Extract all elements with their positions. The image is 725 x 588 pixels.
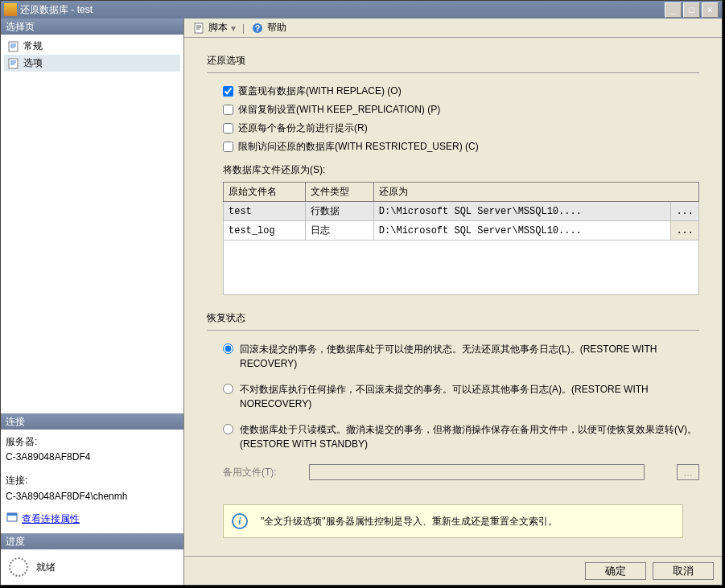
main-layout: 选择页 常规 选项 连接 服务器: [1, 19, 722, 585]
help-icon: ? [251, 22, 264, 35]
cell-name: test_log [224, 221, 306, 241]
server-label: 服务器: [6, 434, 179, 450]
view-props-text: 查看连接属性 [22, 512, 80, 527]
sidebar-items: 常规 选项 [1, 35, 183, 75]
content-body: 还原选项 覆盖现有数据库(WITH REPLACE) (O) 保留复制设置(WI… [184, 38, 722, 556]
backup-file-label: 备用文件(T): [223, 466, 277, 479]
connection-header: 连接 [1, 413, 183, 430]
table-empty-area [224, 241, 699, 295]
minimize-button[interactable]: _ [665, 2, 682, 18]
cell-name: test [224, 202, 306, 221]
cell-path: D:\Microsoft SQL Server\MSSQL10.... [373, 202, 671, 221]
server-value: C-3A89048AF8DF4 [6, 450, 179, 465]
col-type[interactable]: 文件类型 [305, 183, 373, 202]
conn-value: C-3A89048AF8DF4\chenmh [6, 489, 179, 504]
view-connection-props-link[interactable]: 查看连接属性 [6, 511, 179, 528]
cell-type: 日志 [305, 221, 373, 241]
restore-files-label: 将数据库文件还原为(S): [223, 163, 699, 177]
keep-replication-label: 保留复制设置(WITH KEEP_REPLICATION) (P) [238, 103, 440, 117]
sidebar-item-general[interactable]: 常规 [4, 38, 180, 55]
help-button[interactable]: ? 帮助 [248, 19, 290, 36]
sidebar-item-label: 选项 [23, 56, 43, 70]
window-title: 还原数据库 - test [20, 3, 665, 17]
app-icon [4, 3, 17, 16]
info-icon: i [232, 513, 248, 529]
recovery-radio[interactable] [223, 343, 233, 354]
svg-text:?: ? [255, 24, 260, 33]
connection-body: 服务器: C-3A89048AF8DF4 连接: C-3A89048AF8DF4… [1, 430, 183, 533]
recovery-radio-row: 回滚未提交的事务，使数据库处于可以使用的状态。无法还原其他事务日志(L)。(RE… [223, 342, 699, 371]
table-row[interactable]: test_log 日志 D:\Microsoft SQL Server\MSSQ… [224, 221, 699, 241]
separator: | [242, 23, 245, 34]
restricted-row: 限制访问还原的数据库(WITH RESTRICTED_USER) (C) [223, 140, 699, 154]
recovery-label: 回滚未提交的事务，使数据库处于可以使用的状态。无法还原其他事务日志(L)。(RE… [240, 342, 699, 371]
table-row[interactable]: test 行数据 D:\Microsoft SQL Server\MSSQL10… [224, 202, 699, 221]
progress-header: 进度 [1, 533, 183, 549]
restore-database-window: 还原数据库 - test _ □ × 选择页 常规 选项 [0, 0, 723, 586]
norecovery-label: 不对数据库执行任何操作，不回滚未提交的事务。可以还原其他事务日志(A)。(RES… [240, 382, 699, 411]
script-button[interactable]: 脚本 ▾ [189, 19, 239, 36]
overwrite-checkbox-row: 覆盖现有数据库(WITH REPLACE) (O) [223, 84, 699, 98]
select-page-header: 选择页 [1, 19, 183, 35]
conn-label: 连接: [6, 473, 179, 488]
dialog-footer: 确定 取消 [184, 556, 722, 585]
svg-rect-0 [9, 42, 18, 51]
cancel-button[interactable]: 取消 [653, 562, 714, 580]
script-label: 脚本 [208, 21, 228, 35]
progress-body: 就绪 [1, 549, 183, 585]
svg-rect-1 [9, 59, 18, 68]
prompt-checkbox[interactable] [223, 123, 233, 134]
backup-file-row: 备用文件(T): ... [223, 464, 699, 480]
section-divider [207, 72, 699, 73]
page-icon [7, 41, 20, 52]
restore-files-table: 原始文件名 文件类型 还原为 test 行数据 D:\Microsoft SQL… [223, 182, 699, 295]
titlebar: 还原数据库 - test _ □ × [1, 1, 722, 19]
backup-file-input [309, 464, 645, 480]
ok-button[interactable]: 确定 [585, 562, 646, 580]
norecovery-radio-row: 不对数据库执行任何操作，不回滚未提交的事务。可以还原其他事务日志(A)。(RES… [223, 382, 699, 411]
section-divider [207, 330, 699, 331]
prompt-label: 还原每个备份之前进行提示(R) [238, 121, 368, 135]
col-original[interactable]: 原始文件名 [224, 183, 306, 202]
info-text: "全文升级选项"服务器属性控制是导入、重新生成还是重置全文索引。 [261, 515, 558, 528]
overwrite-label: 覆盖现有数据库(WITH REPLACE) (O) [238, 84, 402, 98]
norecovery-radio[interactable] [223, 384, 233, 394]
sidebar-item-options[interactable]: 选项 [4, 55, 180, 72]
recovery-state-title: 恢复状态 [207, 311, 699, 325]
browse-button[interactable]: ... [671, 202, 699, 221]
connection-section: 连接 服务器: C-3A89048AF8DF4 连接: C-3A89048AF8… [1, 413, 183, 585]
content-area: 脚本 ▾ | ? 帮助 还原选项 覆盖现有数据库(WITH REPLACE) (… [184, 19, 722, 585]
keep-replication-checkbox[interactable] [223, 105, 233, 115]
dropdown-icon: ▾ [231, 23, 236, 34]
help-label: 帮助 [267, 21, 286, 35]
cell-path: D:\Microsoft SQL Server\MSSQL10.... [373, 221, 671, 241]
maximize-button[interactable]: □ [683, 2, 700, 18]
restricted-label: 限制访问还原的数据库(WITH RESTRICTED_USER) (C) [238, 140, 479, 154]
close-button[interactable]: × [702, 2, 719, 18]
restricted-checkbox[interactable] [223, 142, 233, 152]
window-controls: _ □ × [665, 2, 719, 18]
svg-rect-3 [7, 513, 17, 516]
overwrite-checkbox[interactable] [223, 86, 233, 97]
prompt-row: 还原每个备份之前进行提示(R) [223, 121, 699, 135]
sidebar-item-label: 常规 [23, 39, 43, 53]
restore-options-title: 还原选项 [207, 54, 699, 68]
spinner-icon [9, 557, 28, 577]
script-icon [192, 22, 205, 35]
progress-text: 就绪 [36, 561, 56, 574]
standby-label: 使数据库处于只读模式。撤消未提交的事务，但将撤消操作保存在备用文件中，以便可使恢… [240, 422, 699, 451]
info-box: i "全文升级选项"服务器属性控制是导入、重新生成还是重置全文索引。 [223, 504, 683, 538]
standby-radio[interactable] [223, 424, 233, 434]
backup-browse-button: ... [677, 464, 699, 480]
svg-rect-4 [195, 23, 203, 33]
cell-type: 行数据 [305, 202, 373, 221]
keep-replication-row: 保留复制设置(WITH KEEP_REPLICATION) (P) [223, 103, 699, 117]
properties-icon [6, 511, 19, 528]
toolbar: 脚本 ▾ | ? 帮助 [184, 19, 722, 38]
page-icon [7, 58, 20, 69]
standby-radio-row: 使数据库处于只读模式。撤消未提交的事务，但将撤消操作保存在备用文件中，以便可使恢… [223, 422, 699, 451]
col-restore-as[interactable]: 还原为 [373, 183, 698, 202]
progress-section: 进度 就绪 [1, 533, 183, 585]
browse-button[interactable]: ... [671, 221, 699, 241]
sidebar: 选择页 常规 选项 连接 服务器: [1, 19, 184, 585]
